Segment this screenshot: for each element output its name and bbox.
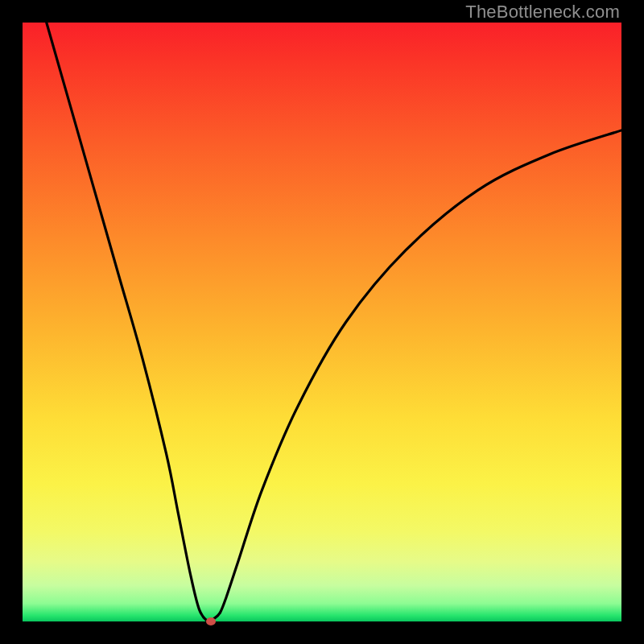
outer-frame: TheBottleneck.com <box>0 0 644 644</box>
optimum-marker <box>206 617 216 625</box>
plot-area <box>23 23 621 621</box>
watermark-text: TheBottleneck.com <box>465 2 620 23</box>
bottleneck-curve <box>23 23 621 621</box>
